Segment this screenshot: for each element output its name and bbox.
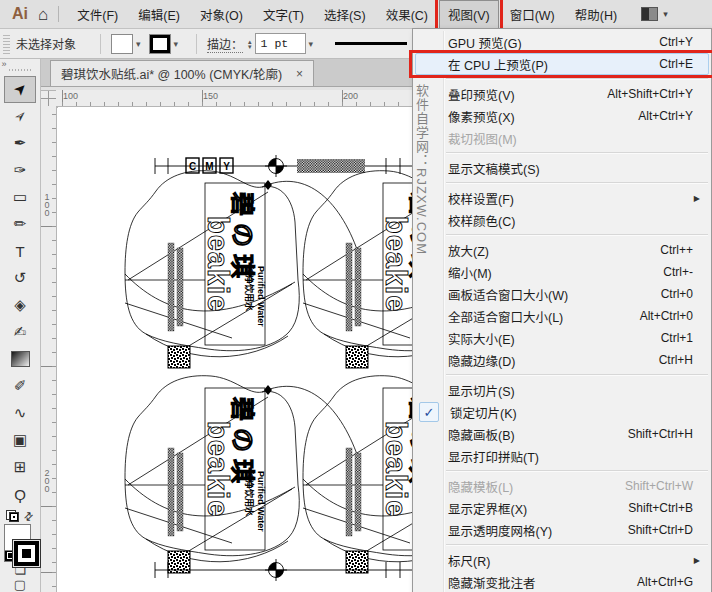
vertical-ruler[interactable]: 100200 <box>40 106 57 592</box>
menubar-item-2[interactable]: 对象(O) <box>191 0 252 29</box>
menu-item-7[interactable]: 显示文稿模式(S) <box>415 157 709 179</box>
check-icon: ✓ <box>419 402 439 422</box>
rotate-tool[interactable]: ↺ <box>4 265 36 292</box>
symbol-sprayer-icon: ▣ <box>13 431 27 449</box>
chevron-down-icon[interactable]: ▾ <box>309 39 314 49</box>
ruler-label: 100 <box>42 192 52 216</box>
ruler-label: 200 <box>343 91 358 101</box>
menubar-item-4[interactable]: 选择(S) <box>315 0 375 29</box>
gradient-icon <box>11 351 30 367</box>
menu-item-12[interactable]: 放大(Z)Ctrl++ <box>415 239 709 261</box>
panel-grip[interactable] <box>9 69 31 71</box>
eyedropper-tool[interactable]: ✐ <box>4 373 36 400</box>
menu-item-shortcut: Alt+Ctrl+G <box>637 575 708 589</box>
menu-item-21[interactable]: 隐藏画板(B)Shift+Ctrl+H <box>415 423 709 445</box>
rectangle-icon: ▭ <box>13 188 27 206</box>
menu-item-16[interactable]: 实际大小(E)Ctrl+1 <box>415 327 709 349</box>
menu-item-4[interactable]: 像素预览(X)Alt+Ctrl+Y <box>415 105 709 127</box>
menu-item-22[interactable]: 显示打印拼贴(T) <box>415 445 709 467</box>
fill-color-swatch[interactable] <box>111 34 133 54</box>
zoom-icon: Ϙ <box>14 486 26 503</box>
menu-item-26[interactable]: 显示透明度网格(Y)Shift+Ctrl+D <box>415 519 709 541</box>
selection-status: 未选择对象 <box>16 35 76 52</box>
illustrator-window: { "app": { "logo": "Ai", "home_icon": "⌂… <box>0 0 712 592</box>
home-icon[interactable]: ⌂ <box>38 6 48 23</box>
menu-item-label: 裁切视图(M) <box>448 129 517 148</box>
menu-item-shortcut: Shift+Ctrl+W <box>625 479 708 493</box>
menu-item-15[interactable]: 全部适合窗口大小(L)Alt+Ctrl+0 <box>415 305 709 327</box>
type-icon: T <box>15 243 24 260</box>
direct-selection-tool[interactable]: ➢ <box>4 103 36 130</box>
document-tab[interactable]: 碧琪饮水贴纸.ai* @ 100% (CMYK/轮廓) × <box>50 60 314 86</box>
menu-item-label: 显示文稿模式(S) <box>448 159 540 178</box>
menu-item-10[interactable]: 校样颜色(C) <box>415 209 709 231</box>
menu-item-1[interactable]: 在 CPU 上预览(P)Ctrl+E <box>415 53 709 75</box>
menu-item-20[interactable]: ✓锁定切片(K) <box>415 401 709 423</box>
menu-separator <box>446 152 708 154</box>
paintbrush-tool[interactable]: ✏ <box>4 211 36 238</box>
eraser-tool[interactable]: ◈ <box>4 292 36 319</box>
menu-item-0[interactable]: GPU 预览(G)Ctrl+Y <box>415 31 709 53</box>
menu-separator <box>446 374 708 376</box>
screen-mode-icon[interactable]: ▢ <box>14 577 26 592</box>
curvature-tool[interactable]: ✑ <box>4 157 36 184</box>
eyedropper-icon: ✐ <box>14 377 27 395</box>
menubar-item-6[interactable]: 视图(V) <box>439 0 499 29</box>
stroke-weight-label[interactable]: 描边： <box>207 35 243 53</box>
menu-item-29[interactable]: 隐藏渐变批注者Alt+Ctrl+G <box>415 571 709 592</box>
panel-grip[interactable] <box>3 34 10 54</box>
rectangle-tool[interactable]: ▭ <box>4 184 36 211</box>
selection-tool[interactable]: ➤ <box>4 76 36 103</box>
menu-item-9[interactable]: 校样设置(F)▶ <box>415 187 709 209</box>
blend-tool[interactable]: ∿ <box>4 400 36 427</box>
menubar-item-7[interactable]: 窗口(W) <box>501 0 564 29</box>
pen-tool[interactable]: ✒ <box>4 130 36 157</box>
menu-item-28[interactable]: 标尺(R)▶ <box>415 549 709 571</box>
stroke-weight-stepper[interactable]: ▴ ▾ <box>248 39 252 49</box>
menubar-item-3[interactable]: 文字(T) <box>254 0 313 29</box>
stroke-swatch[interactable] <box>13 540 40 567</box>
selection-icon: ➤ <box>9 79 31 101</box>
stroke-color-swatch[interactable] <box>149 34 171 54</box>
stroke-weight-value[interactable]: 1 pt <box>255 33 306 54</box>
menu-item-label: 校样颜色(C) <box>448 211 515 230</box>
menu-item-label: 显示定界框(X) <box>448 499 527 518</box>
workspace-switcher[interactable]: ▾ <box>641 7 668 21</box>
step-down-icon[interactable]: ▾ <box>248 44 252 49</box>
fill-stroke-control[interactable] <box>2 524 38 546</box>
chevron-down-icon[interactable]: ▾ <box>136 39 141 49</box>
swap-fill-stroke-icon[interactable]: ⇄ <box>21 509 37 525</box>
menu-item-3[interactable]: 叠印预览(V)Alt+Shift+Ctrl+Y <box>415 83 709 105</box>
shaper-tool[interactable]: ✍ <box>4 319 36 346</box>
menubar-item-1[interactable]: 编辑(E) <box>129 0 189 29</box>
menu-item-shortcut: Ctrl++ <box>660 243 708 257</box>
menu-item-label: 缩小(M) <box>448 263 492 282</box>
menu-item-5: 裁切视图(M) <box>415 127 709 149</box>
view-menu-dropdown: GPU 预览(G)Ctrl+Y在 CPU 上预览(P)Ctrl+E叠印预览(V)… <box>412 28 712 592</box>
menubar-item-8[interactable]: 帮助(H) <box>566 0 626 29</box>
close-tab-icon[interactable]: × <box>296 67 303 81</box>
menu-item-13[interactable]: 缩小(M)Ctrl+- <box>415 261 709 283</box>
color-bar-letter: C <box>189 161 196 172</box>
eraser-icon: ◈ <box>14 296 26 314</box>
default-fill-stroke-icon[interactable] <box>6 510 19 522</box>
zoom-tool[interactable]: Ϙ <box>4 481 36 508</box>
menu-item-25[interactable]: 显示定界框(X)Shift+Ctrl+B <box>415 497 709 519</box>
chevron-down-icon: ▾ <box>663 9 668 19</box>
artboard-tool[interactable]: ⊞ <box>4 454 36 481</box>
artboard-artwork: 碧の琪 beakie 纯净饮用水 Purified Water C M Y <box>56 106 440 592</box>
menubar-item-0[interactable]: 文件(F) <box>68 0 127 29</box>
paintbrush-icon: ✏ <box>14 215 27 233</box>
menu-item-19[interactable]: 显示切片(S) <box>415 379 709 401</box>
symbol-sprayer-tool[interactable]: ▣ <box>4 427 36 454</box>
chevron-down-icon[interactable]: ▾ <box>174 39 179 49</box>
type-tool[interactable]: T <box>4 238 36 265</box>
expand-panel-icon[interactable]: » <box>0 59 42 69</box>
menu-item-17[interactable]: 隐藏边缘(D)Ctrl+H <box>415 349 709 371</box>
gradient-tool[interactable] <box>4 346 36 373</box>
menubar-item-5[interactable]: 效果(C) <box>377 0 437 29</box>
app-logo[interactable]: Ai <box>12 5 28 23</box>
stroke-style-preview[interactable] <box>335 42 407 45</box>
menu-item-14[interactable]: 画板适合窗口大小(W)Ctrl+0 <box>415 283 709 305</box>
menubar-items: 文件(F)编辑(E)对象(O)文字(T)选择(S)效果(C)视图(V)窗口(W)… <box>67 0 627 28</box>
